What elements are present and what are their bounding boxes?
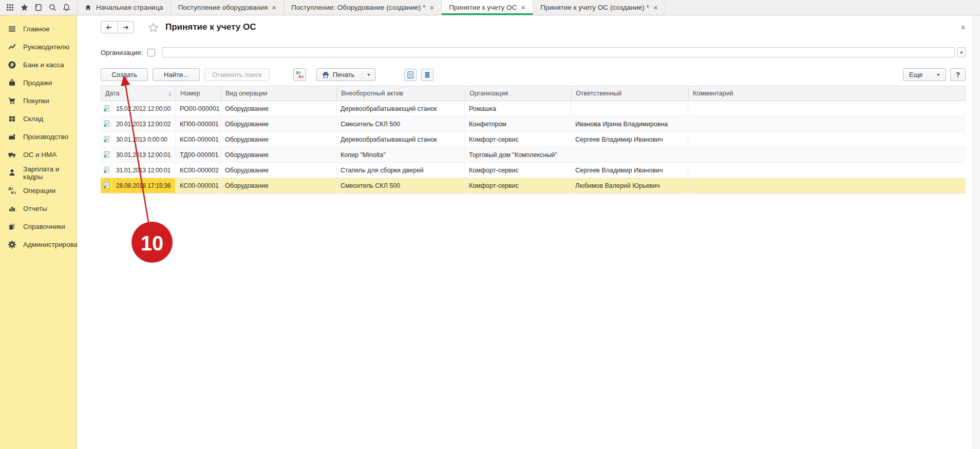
register-icon [423, 71, 431, 79]
apps-menu-icon[interactable] [6, 3, 14, 12]
history-icon[interactable] [34, 3, 43, 12]
production-icon [8, 132, 16, 141]
sidebar-item[interactable]: Главное [0, 20, 77, 38]
svg-text:₽: ₽ [10, 62, 14, 68]
sidebar-item-label: Отчеты [23, 205, 47, 212]
tab[interactable]: Принятие к учету ОС (создание) * × [533, 0, 666, 15]
tab[interactable]: Принятие к учету ОС × [442, 0, 533, 15]
form-header: Принятие к учету ОС × [101, 19, 966, 35]
organization-combo-button[interactable] [957, 47, 966, 57]
chevron-down-icon [937, 74, 940, 77]
table-row[interactable]: 30.01.2013 12:00:01 ТД00-000001 Оборудов… [101, 147, 966, 163]
global-search-icon[interactable] [48, 3, 57, 12]
organization-checkbox[interactable] [147, 49, 155, 56]
cell-organization: Торговый дом "Комплексный" [465, 147, 571, 162]
favorite-star-icon[interactable] [148, 22, 159, 33]
sidebar-item[interactable]: Покупки [0, 92, 77, 110]
trend-icon [8, 43, 16, 51]
column-header[interactable]: Вид операции [221, 86, 337, 101]
back-button[interactable] [101, 22, 117, 33]
quick-access-toolbar [0, 0, 77, 15]
cell-asset: Деревообрабатывающий станок [336, 101, 465, 116]
sidebar-item[interactable]: ОС и НМА [0, 146, 77, 164]
tab-label: Принятие к учету ОС (создание) * [540, 4, 649, 11]
cell-comment [688, 163, 966, 178]
organization-input[interactable] [162, 47, 955, 57]
find-button[interactable]: Найти... [153, 68, 200, 81]
notifications-bell-icon[interactable] [62, 3, 71, 12]
cell-responsible: Иванова Ирина Владимировна [571, 116, 688, 131]
sidebar-item[interactable]: Отчеты [0, 200, 77, 218]
form-close-icon[interactable]: × [960, 23, 966, 32]
table-row[interactable]: 30.01.2013 0:00:00 КС00-000001 Оборудова… [101, 132, 966, 147]
svg-text:Кт: Кт [11, 191, 16, 195]
column-header[interactable]: Ответственный [572, 86, 689, 101]
sidebar-item[interactable]: Продажи [0, 74, 77, 92]
document-preview-button[interactable] [404, 69, 417, 81]
sidebar-item[interactable]: ₽ Банк и касса [0, 56, 77, 74]
sidebar-item-label: Склад [23, 115, 43, 123]
sidebar-item[interactable]: Склад [0, 110, 77, 128]
cell-comment [688, 147, 966, 162]
table-row[interactable]: 28.08.2018 17:15:36 КС00-000001 Оборудов… [101, 178, 966, 193]
cell-comment [688, 116, 966, 131]
cell-operation: Оборудование [221, 132, 336, 147]
purchases-icon [8, 96, 16, 105]
list-toolbar: Создать Найти... Отменить поиск ДтКт Печ… [101, 68, 966, 81]
tab-close-icon[interactable]: × [272, 4, 276, 11]
tab[interactable]: Поступление: Оборудование (создание) * × [284, 0, 442, 15]
tab[interactable]: Начальная страница [77, 0, 171, 15]
sidebar-item[interactable]: Зарплата и кадры [0, 164, 77, 182]
cell-number: КП00-000001 [176, 116, 221, 131]
sidebar-item[interactable]: Администрирование [0, 236, 77, 253]
column-header-label: Организация [469, 90, 508, 97]
sidebar-item-label: Операции [23, 187, 55, 194]
vertical-scrollbar[interactable] [973, 15, 980, 449]
fixed-assets-icon [8, 150, 16, 159]
forward-button[interactable] [117, 22, 134, 33]
cell-organization: Комфорт-сервис [465, 178, 571, 193]
divider [362, 70, 362, 79]
sidebar-item[interactable]: Производство [0, 128, 77, 146]
table-header-row: Дата↓НомерВид операцииВнеоборотный актив… [101, 86, 966, 101]
cell-asset: Смеситель СКЛ 500 [336, 178, 465, 193]
column-header[interactable]: Номер [176, 86, 221, 101]
print-button[interactable]: Печать [316, 68, 376, 81]
cell-date: 30.01.2013 0:00:00 [112, 132, 176, 147]
tab-close-icon[interactable]: × [653, 4, 658, 11]
table-row[interactable]: 31.01.2013 12:00:01 КС00-000002 Оборудов… [101, 163, 966, 178]
tab[interactable]: Поступление оборудования × [171, 0, 284, 15]
tab-close-icon[interactable]: × [429, 4, 434, 11]
sidebar-item-label: Покупки [23, 97, 49, 105]
cell-responsible: Сергеев Владимир Иванович [571, 163, 688, 178]
sidebar-item[interactable]: Справочники [0, 218, 77, 236]
chevron-down-icon [960, 52, 963, 55]
help-button[interactable]: ? [950, 68, 966, 81]
sidebar-item[interactable]: ДтКт Операции [0, 182, 77, 200]
organization-filter-row: Организация: [101, 47, 966, 57]
sidebar-item[interactable]: Руководителю [0, 38, 77, 56]
more-button[interactable]: Еще [903, 68, 946, 81]
table-row[interactable]: 15.02.2012 12:00:00 РО00-000001 Оборудов… [101, 101, 966, 116]
cancel-search-button[interactable]: Отменить поиск [204, 68, 270, 81]
cell-operation: Оборудование [221, 178, 336, 193]
sidebar-item-label: Зарплата и кадры [23, 165, 77, 181]
column-header[interactable]: Организация [465, 86, 572, 101]
column-header[interactable]: Дата↓ [101, 86, 176, 101]
tab-close-icon[interactable]: × [521, 4, 525, 11]
cell-number: ТД00-000001 [176, 147, 221, 162]
cell-date: 15.02.2012 12:00:00 [112, 101, 176, 116]
register-records-button[interactable] [421, 69, 434, 81]
create-button[interactable]: Создать [101, 68, 148, 81]
column-header-label: Внеоборотный актив [341, 90, 403, 97]
show-postings-button[interactable]: ДтКт [293, 68, 306, 81]
print-label: Печать [333, 71, 355, 79]
sidebar-item-label: Справочники [23, 223, 65, 230]
column-header-label: Ответственный [576, 90, 621, 97]
menu-icon [8, 25, 16, 33]
column-header[interactable]: Внеоборотный актив [337, 86, 465, 101]
document-posted-icon [103, 166, 110, 174]
favorites-star-icon[interactable] [20, 3, 29, 12]
column-header[interactable]: Комментарий [689, 86, 965, 101]
table-row[interactable]: 20.01.2013 12:00:02 КП00-000001 Оборудов… [101, 116, 966, 132]
